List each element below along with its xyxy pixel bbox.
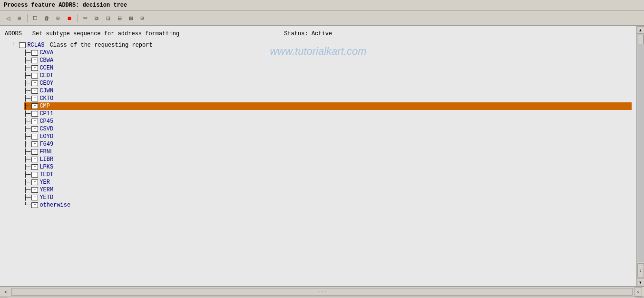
connector-8: ├─ [24,110,30,118]
node-icon-ccen[interactable]: + [31,65,38,71]
status-center: ··· [11,288,633,296]
tree-item-cjwn: ├─+CJWN [24,87,632,95]
tree-item-lpks: ├─+LPKS [24,163,632,171]
node-icon-cmp[interactable]: + [31,103,38,109]
connector-5: ├─ [24,87,30,95]
red-indicator[interactable]: ■ [64,13,75,23]
tree-item-otherwise: └─+otherwise [24,201,632,209]
node-icon-cjwn[interactable]: + [31,88,38,94]
copy-btn[interactable]: ⧉ [91,13,102,23]
node-label-yer: YER [39,179,50,186]
scroll-down-arrow[interactable]: ▼ [637,278,644,286]
tree-item-ceoy: ├─+CEOY [24,79,632,87]
status-bar: ◁ ··· ▷ [0,286,644,297]
node-icon-ckto[interactable]: + [31,96,38,101]
tree-item-yer: ├─+YER [24,179,632,186]
tree-item-ccen: ├─+CCEN [24,64,632,72]
prev-btn[interactable]: ⊠ [126,13,136,23]
node-icon-eoyd[interactable]: + [31,134,38,139]
connector-19: ├─ [24,194,30,201]
tree-item-cp11: ├─+CP11 [24,110,632,118]
forward-btn[interactable]: ⊞ [14,13,25,23]
node-icon-cp45[interactable]: + [31,119,38,124]
connector-7: ├─ [24,102,30,110]
scroll-handle[interactable]: ⋮ [637,263,644,278]
tree-item-yerm: ├─+YERM [24,186,632,194]
doc-btn[interactable]: ☐ [30,13,40,23]
find-btn[interactable]: ⊟ [114,13,125,23]
node-icon-ceoy[interactable]: + [31,80,38,86]
info-btn[interactable]: ⊞ [53,13,63,23]
node-label-yerm: YERM [39,186,53,194]
tree-item-fbnl: ├─+FBNL [24,148,632,156]
tree-item-yetd: ├─+YETD [24,194,632,201]
connector-6: ├─ [24,95,30,102]
scroll-up-arrow[interactable]: ▲ [637,26,644,34]
node-icon-yer[interactable]: + [31,179,38,185]
connector-16: ├─ [24,171,30,179]
node-label-libr: LIBR [39,156,53,163]
node-icon-lpks[interactable]: + [31,164,38,170]
toolbar: ◁ ⊞ ☐ 🗑 ⊞ ■ ✂ ⧉ ⊡ ⊟ ⊠ ⊞ [0,11,644,26]
connector-4: ├─ [24,79,30,87]
tree-item-cbwa: ├─+CBWA [24,57,632,64]
rclas-desc: Class of the requesting report [46,41,152,49]
node-label-ckto: CKTO [39,95,53,102]
main-area: www.tutorialkart.com ADDRS Set subtype s… [0,26,644,286]
node-icon-otherwise[interactable]: + [31,202,38,208]
node-icon-yetd[interactable]: + [31,195,38,200]
node-label-tedt: TEDT [39,171,53,179]
status-left-arrow[interactable]: ◁ [2,289,10,295]
h-scroll-right-arrow[interactable]: ▷ [634,287,642,297]
connector-2: ├─ [24,64,30,72]
connector: └─ [11,41,18,49]
del-btn[interactable]: 🗑 [41,13,52,23]
title-text: Process feature ADDRS: decision tree [4,2,127,9]
node-label-ccen: CCEN [39,64,53,72]
cut-btn[interactable]: ✂ [80,13,90,23]
paste-btn[interactable]: ⊡ [103,13,113,23]
node-label-cbwa: CBWA [39,57,53,64]
tree-item-cmp: ├─+CMP [24,102,632,110]
rclas-label: RCLAS [27,41,44,49]
connector-18: ├─ [24,186,30,194]
connector-9: ├─ [24,118,30,125]
node-icon-csvd[interactable]: + [31,126,38,132]
connector-14: ├─ [24,156,30,163]
connector-15: ├─ [24,163,30,171]
node-icon-cp11[interactable]: + [31,111,38,117]
node-icon-tedt[interactable]: + [31,172,38,178]
node-icon-libr[interactable]: + [31,157,38,162]
connector-1: ├─ [24,57,30,64]
root-node-name: ADDRS Set subtype sequence for address f… [5,30,179,38]
node-label-eoyd: EOYD [39,133,53,140]
connector-0: ├─ [24,49,30,57]
tree-item-f649: ├─+F649 [24,140,632,148]
scroll-track-right[interactable] [637,34,644,262]
node-label-ceoy: CEOY [39,79,53,87]
rclas-icon[interactable]: - [19,42,26,48]
tree-item-csvd: ├─+CSVD [24,125,632,133]
node-label-cedt: CEDT [39,72,53,79]
back-btn[interactable]: ◁ [3,13,13,23]
node-label-yetd: YETD [39,194,53,201]
tree-item-cp45: ├─+CP45 [24,118,632,125]
next-btn[interactable]: ⊞ [137,13,147,23]
tree-item-cava: ├─+CAVA [24,49,632,57]
node-icon-f649[interactable]: + [31,141,38,147]
node-icon-cava[interactable]: + [31,50,38,56]
scroll-thumb-right[interactable] [638,35,644,44]
sep1 [27,14,28,22]
node-icon-yerm[interactable]: + [31,187,38,193]
node-icon-cbwa[interactable]: + [31,58,38,63]
tree-item-eoyd: ├─+EOYD [24,133,632,140]
node-icon-cedt[interactable]: + [31,73,38,79]
connector-17: ├─ [24,179,30,186]
connector-3: ├─ [24,72,30,79]
header-row: ADDRS Set subtype sequence for address f… [5,30,632,38]
node-label-cava: CAVA [39,49,53,57]
connector-12: ├─ [24,140,30,148]
tree-children: ├─+CAVA├─+CBWA├─+CCEN├─+CEDT├─+CEOY├─+CJ… [5,49,632,209]
status-row: Status: Active [284,30,332,38]
node-icon-fbnl[interactable]: + [31,149,38,155]
